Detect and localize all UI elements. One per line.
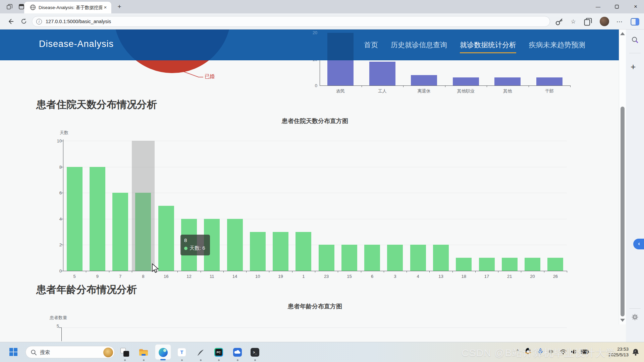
clock-date: 2025/5/13 [608,352,629,358]
clock-time: 23:53 [608,346,629,352]
age-chart-title: 患者年龄分布直方图 [248,302,382,310]
app-dot [181,359,183,361]
favorites-star-icon[interactable]: ☆ [569,17,578,26]
bing-doodle-icon[interactable] [103,348,113,357]
stay-bar-10[interactable] [250,232,266,271]
stay-hover-band [132,141,155,271]
stay-bar-21[interactable] [502,258,518,271]
stay-bar-17[interactable] [479,258,495,271]
taskbar-app-file-explorer[interactable] [137,346,150,359]
stay-bar-1[interactable] [296,232,311,271]
age-ytick-mark [59,327,61,328]
stay-ytick-6: 6 [52,190,62,195]
stay-tick [223,271,224,273]
stay-bar-18[interactable] [456,258,472,271]
stay-bar-23[interactable] [319,245,334,271]
nav-link-home[interactable]: 首页 [364,40,378,50]
stay-bar-13[interactable] [433,245,449,271]
taskbar-search[interactable]: 搜索 [25,346,115,358]
sidebar-divider-bottom [629,308,641,309]
tab-close-button[interactable]: × [102,4,109,11]
scrollbar-thumb[interactable] [621,107,625,316]
stay-bar-26[interactable] [547,258,563,271]
tray-chevron-icon[interactable]: ^ [517,348,519,353]
start-button[interactable] [9,348,18,356]
terminal-icon: >_ [251,348,259,357]
taskbar-clock[interactable]: 23:53 2025/5/13 [608,346,629,358]
stay-bar-9[interactable] [90,167,105,271]
stay-bar-19[interactable] [273,232,288,271]
stay-bar-20[interactable] [525,258,540,271]
stay-tick [269,271,269,273]
taskbar-app-terminal[interactable]: >_ [248,346,262,359]
sidebar-collapse-chevron[interactable]: ‹ [633,239,644,249]
taskbar-app-edge[interactable] [156,346,170,359]
occ-xlabel-工人: 工人 [369,88,396,94]
occ-xlabel-其他职业: 其他职业 [452,88,479,94]
more-menu-icon[interactable]: ⋯ [615,17,624,26]
back-icon[interactable] [7,18,14,25]
stay-bar-3[interactable] [387,245,403,271]
stay-tick [246,271,247,273]
stay-bar-7[interactable] [112,193,128,271]
scrollbar[interactable] [619,29,626,324]
new-tab-button[interactable]: + [115,3,123,11]
battery-tray-icon[interactable] [581,350,589,354]
taskbar-app-pycharm[interactable]: PC [212,346,225,359]
occ-bar-其他职业[interactable] [453,77,479,85]
stay-bar-14[interactable] [227,219,243,271]
collections-icon[interactable] [584,17,592,26]
ime-indicator[interactable]: 中 [549,349,554,355]
sidebar-toggle-icon[interactable] [631,17,639,26]
stay-bar-16[interactable] [158,206,174,271]
stay-bar-4[interactable] [410,245,426,271]
settings-gear-icon[interactable] [631,313,639,321]
tab-actions-icon[interactable] [19,4,24,9]
nav-link-history-query[interactable]: 历史就诊信息查询 [391,40,447,50]
stay-bar-6[interactable] [364,245,380,271]
active-tab[interactable]: Disease-Analysis: 基于数据挖掘的 × [24,2,111,13]
volume-tray-icon[interactable] [571,349,578,355]
taskbar-app-pen[interactable] [194,346,207,359]
mouse-cursor [152,263,159,274]
window-maximize-button[interactable] [609,0,625,13]
sidebar-search-icon[interactable] [631,36,639,44]
occ-bar-工人[interactable] [369,62,395,85]
scroll-up-arrow-icon[interactable] [620,32,625,35]
notification-bell-icon[interactable]: z [632,348,639,356]
occ-tick [570,85,571,87]
stay-tick [429,271,430,273]
stay-bar-5[interactable] [67,167,83,271]
age-y-axis-name: 患者数量 [50,315,67,321]
edge-sidebar-rail: + [626,29,644,342]
stay-bar-15[interactable] [341,245,357,271]
nav-link-trend-prediction[interactable]: 疾病未来趋势预测 [529,40,585,50]
tooltip-series-dot [184,247,187,250]
profile-avatar[interactable] [600,17,609,26]
url-text[interactable]: 127.0.0.1:5000/basic_analysis [46,19,111,24]
sidebar-add-icon[interactable]: + [631,62,636,72]
occ-bar-离退休[interactable] [411,75,437,85]
window-close-button[interactable]: × [628,0,643,13]
taskbar-app-cloud[interactable] [231,346,244,359]
nav-link-stats-analysis[interactable]: 就诊数据统计分析 [460,40,516,50]
site-info-icon[interactable]: i [36,19,42,24]
microphone-tray-icon[interactable] [537,348,543,355]
password-key-icon[interactable] [555,17,564,26]
occ-bar-干部[interactable] [536,77,562,85]
scroll-down-arrow-icon[interactable] [620,319,625,322]
refresh-icon[interactable] [21,18,27,24]
taskbar-app-bw[interactable] [118,346,131,359]
qq-tray-icon[interactable] [525,347,531,355]
window-minimize-button[interactable]: — [590,0,606,13]
address-bar[interactable]: i 127.0.0.1:5000/basic_analysis [32,16,550,27]
search-placeholder: 搜索 [40,349,50,356]
occ-bar-其他[interactable] [494,77,521,85]
wifi-tray-icon[interactable] [559,349,567,355]
stay-ytick-10: 10 [52,138,62,143]
pie-chart-peek[interactable] [104,60,241,74]
site-brand[interactable]: Disease-Analysis [39,39,114,49]
taskbar-app-blue-t[interactable]: T [175,346,189,359]
occ-xlabel-农民: 农民 [327,88,354,94]
workspaces-icon[interactable] [7,4,12,10]
